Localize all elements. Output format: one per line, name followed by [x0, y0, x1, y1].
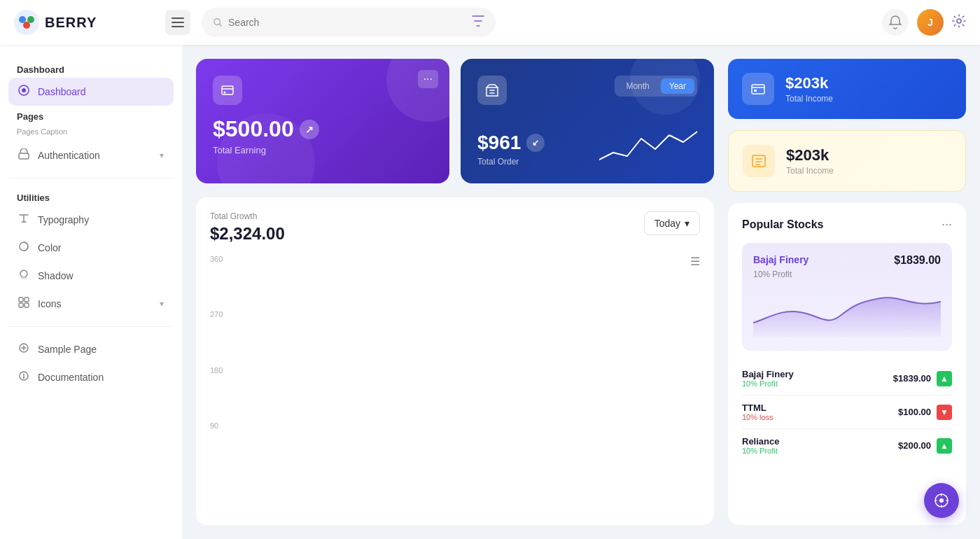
chart-y-labels: 360 270 180 90	[210, 255, 223, 430]
auth-icon	[18, 148, 29, 162]
pages-section-title: Pages	[8, 106, 174, 125]
dashboard-icon	[18, 85, 29, 99]
stock-list-left-ttml: TTML 10% loss	[742, 402, 774, 421]
app-name: BERRY	[45, 15, 97, 31]
order-sparkline	[599, 125, 697, 167]
stock-featured: Bajaj Finery $1839.00 10% Profit	[742, 243, 952, 351]
filter-button[interactable]	[472, 15, 484, 29]
gear-button[interactable]	[952, 14, 966, 31]
sidebar-item-dashboard[interactable]: Dashboard	[8, 78, 174, 106]
today-button[interactable]: Today ▾	[644, 211, 700, 235]
earning-label: Total Earning	[213, 145, 433, 155]
icons-label: Icons	[38, 298, 61, 309]
documentation-icon	[18, 370, 29, 384]
earning-more-button[interactable]: ···	[418, 70, 438, 88]
svg-rect-6	[172, 26, 184, 27]
sidebar-item-shadow[interactable]: Shadow	[8, 262, 174, 290]
utilities-section-title: Utilities	[8, 187, 174, 206]
stock-list-left: Bajaj Finery 10% Profit	[742, 369, 794, 388]
order-icon-wrap	[477, 76, 507, 105]
chart-area: ☰ 360 270 180 90	[210, 255, 700, 451]
auth-label: Authentication	[38, 150, 100, 161]
stocks-more-button[interactable]: ···	[941, 217, 952, 232]
year-button[interactable]: Year	[661, 78, 694, 94]
svg-point-8	[957, 19, 961, 23]
card-total-earning: ··· $500.00 ↗ Total Earning	[196, 59, 449, 183]
sidebar-divider-2	[8, 326, 174, 327]
stock-list-left-reliance: Reliance 10% Profit	[742, 436, 779, 455]
popular-stocks-card: Popular Stocks ··· Bajaj Finery $1839.00…	[728, 203, 966, 525]
stocks-header: Popular Stocks ···	[742, 217, 952, 232]
income-yellow-amount: $203k	[786, 146, 834, 164]
income-yellow-label: Total Income	[786, 166, 834, 176]
pages-caption: Pages Caption	[8, 125, 174, 141]
stock-price-ttml: $100.00	[898, 407, 931, 417]
svg-point-3	[23, 22, 30, 29]
svg-point-2	[27, 16, 34, 23]
documentation-label: Documentation	[38, 372, 104, 383]
badge-down-ttml: ▼	[937, 405, 952, 420]
svg-rect-23	[752, 85, 764, 94]
stock-featured-sparkline	[753, 288, 941, 337]
svg-point-22	[224, 92, 226, 94]
stock-sub-bajaj: 10% Profit	[742, 379, 794, 388]
sidebar-item-color[interactable]: Color	[8, 234, 174, 262]
stock-featured-profit: 10% Profit	[753, 270, 941, 279]
sidebar-item-documentation[interactable]: Documentation	[8, 363, 174, 391]
sample-page-label: Sample Page	[38, 344, 97, 355]
sidebar-item-sample-page[interactable]: Sample Page	[8, 335, 174, 363]
svg-point-27	[939, 498, 944, 503]
bell-button[interactable]	[882, 9, 909, 36]
growth-card: Total Growth $2,324.00 Today ▾ ☰ 360 270…	[196, 197, 714, 525]
order-arrow-down: ↙	[526, 134, 545, 152]
earning-arrow-up: ↗	[300, 120, 319, 139]
earning-amount: $500.00 ↗	[213, 116, 433, 142]
sidebar-item-icons[interactable]: Icons ▾	[8, 290, 174, 318]
hamburger-button[interactable]	[165, 10, 190, 35]
svg-rect-15	[19, 298, 23, 302]
icons-icon	[18, 297, 29, 311]
month-button[interactable]: Month	[617, 78, 657, 94]
stock-featured-top: Bajaj Finery $1839.00	[753, 254, 941, 267]
search-icon	[213, 17, 223, 28]
svg-point-14	[20, 277, 27, 279]
svg-rect-24	[754, 90, 757, 92]
logo-area: BERRY	[14, 10, 154, 35]
content-right: $203k Total Income $203k Total Income	[728, 59, 966, 525]
svg-rect-4	[172, 18, 184, 19]
content-left: ··· $500.00 ↗ Total Earning	[196, 59, 714, 525]
stock-sub-ttml: 10% loss	[742, 413, 774, 421]
sidebar-item-typography[interactable]: Typography	[8, 206, 174, 234]
svg-rect-18	[24, 303, 29, 307]
sidebar-item-authentication[interactable]: Authentication ▾	[8, 141, 174, 169]
typography-label: Typography	[38, 214, 89, 225]
stock-featured-name: Bajaj Finery	[753, 254, 808, 265]
stock-price-bajaj: $1839.00	[893, 373, 931, 384]
chevron-down-icon: ▾	[685, 218, 690, 229]
badge-up-bajaj: ▲	[937, 371, 952, 386]
stock-sub-reliance: 10% Profit	[742, 447, 779, 455]
dashboard-label: Dashboard	[38, 86, 86, 97]
search-input[interactable]	[228, 17, 466, 28]
stock-featured-price: $1839.00	[894, 254, 941, 267]
stock-right-reliance: $200.00 ▲	[898, 438, 952, 454]
order-top: Month Year	[477, 76, 697, 116]
svg-rect-11	[19, 153, 29, 159]
month-year-toggle: Month Year	[615, 76, 697, 97]
stock-list-item: TTML 10% loss $100.00 ▼	[742, 396, 952, 429]
stock-name-bajaj: Bajaj Finery	[742, 369, 794, 379]
stock-name-reliance: Reliance	[742, 436, 779, 447]
content-area: ··· $500.00 ↗ Total Earning	[182, 45, 980, 539]
stock-right-ttml: $100.00 ▼	[898, 405, 952, 420]
growth-header: Total Growth $2,324.00 Today ▾	[210, 211, 700, 244]
chart-bars	[238, 255, 693, 430]
auth-chevron: ▾	[160, 150, 164, 160]
income-icon-yellow-wrap	[743, 145, 775, 177]
order-bottom: $961 ↙ Total Order	[477, 125, 697, 167]
svg-rect-5	[172, 22, 184, 23]
shadow-label: Shadow	[38, 270, 74, 281]
fab-button[interactable]	[924, 483, 959, 518]
avatar[interactable]: J	[917, 9, 944, 36]
badge-up-reliance: ▲	[937, 438, 952, 454]
income-yellow-text: $203k Total Income	[786, 146, 834, 176]
